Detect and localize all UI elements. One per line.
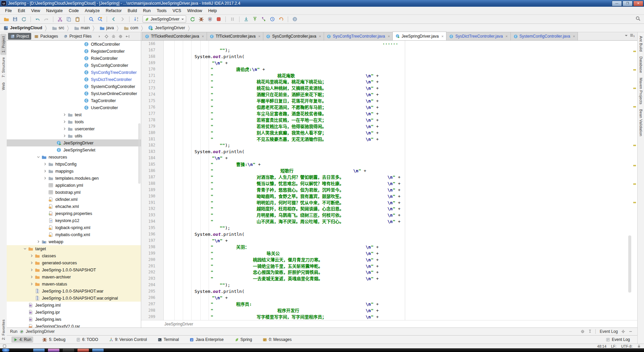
menu-item-navigate[interactable]: Navigate (43, 7, 66, 14)
tool-window-button-5-debug[interactable]: 5: Debug (40, 336, 67, 343)
tool-window-button-0-messages[interactable]: 0: Messages (261, 337, 293, 343)
debug-icon[interactable] (198, 15, 205, 23)
lock-icon[interactable] (637, 344, 641, 348)
tree-item[interactable]: CJeeSpringDriver (7, 139, 141, 146)
editor-tab-sysdicttreecontroller[interactable]: CSysDictTreeController.java× (446, 32, 511, 40)
breadcrumb-item-main[interactable]: main (73, 26, 91, 31)
tree-item[interactable]: <>mybatis-config.xml (7, 231, 141, 238)
close-button[interactable]: ✕ (633, 1, 643, 6)
replace-icon[interactable] (96, 15, 104, 23)
chevron-right-icon[interactable] (61, 127, 68, 131)
chevron-down-icon[interactable] (21, 247, 28, 251)
editor-tab-sysconfigcontroller[interactable]: CSysConfigController.java× (263, 32, 324, 40)
menu-item-build[interactable]: Build (125, 7, 140, 14)
close-tab-icon[interactable]: × (573, 34, 575, 38)
tree-item[interactable]: usercenter (7, 125, 141, 132)
close-tab-icon[interactable]: × (319, 34, 321, 38)
cut-icon[interactable] (56, 15, 64, 23)
search-everywhere-icon[interactable] (635, 16, 641, 21)
tab-list-icon[interactable]: 1 (630, 34, 635, 38)
caret-position[interactable]: 48:14 (597, 344, 606, 348)
run-configuration-select[interactable]: JeeSpringDriver (143, 15, 186, 23)
find-icon[interactable] (88, 15, 95, 23)
tool-window-button-6-todo[interactable]: 6: TODO (74, 337, 100, 343)
breadcrumb-item-com[interactable]: com (123, 26, 139, 31)
copy-icon[interactable] (65, 15, 72, 23)
tree-item[interactable]: CSysDictTreeController (7, 76, 141, 83)
stop-icon[interactable] (215, 15, 222, 23)
editor-tab-systemconfigcontroller[interactable]: CSystemConfigController.java× (511, 32, 578, 40)
project-panel-tab-project[interactable]: Project (8, 33, 31, 40)
vcs-update-icon[interactable] (243, 15, 250, 23)
menu-item-code[interactable]: Code (66, 7, 82, 14)
hide-panel-icon[interactable] (125, 34, 130, 39)
vcs-commit-icon[interactable] (251, 15, 259, 23)
pin-icon[interactable] (588, 329, 592, 334)
line-ending[interactable]: LF: (611, 344, 616, 348)
close-tab-icon[interactable]: × (202, 34, 204, 38)
tree-item[interactable]: maven-archiver (7, 273, 141, 280)
project-panel-tab-packages[interactable]: Packages (32, 33, 60, 40)
editor-scrollbar[interactable] (628, 235, 631, 293)
close-tab-icon[interactable]: × (441, 34, 443, 38)
warning-stripe-mark[interactable] (633, 51, 636, 52)
tool-stripe-button-2-favorites[interactable]: 2: Favorites (0, 317, 6, 342)
project-panel-tab-project-files[interactable]: Project Files (61, 33, 94, 40)
paste-icon[interactable] (74, 15, 81, 23)
run-panel-tab[interactable]: Run (10, 329, 17, 334)
tool-window-button-spring[interactable]: Spring (232, 337, 254, 343)
breadcrumb-item-src[interactable]: src (51, 26, 65, 31)
tree-item[interactable]: <>ehcache.xml (7, 203, 141, 210)
warning-stripe-mark[interactable] (633, 69, 636, 71)
encoding[interactable]: UTF-8: (621, 344, 633, 348)
tree-item[interactable]: target (7, 245, 141, 252)
tree-item[interactable]: templates.modules.gen (7, 175, 141, 182)
tree-item[interactable]: IJJeeSpring.iws (7, 316, 141, 323)
chevron-down-icon[interactable] (35, 155, 42, 159)
tree-item[interactable]: CSysConfigController (7, 62, 141, 69)
run-icon[interactable] (189, 15, 196, 23)
tree-item[interactable]: mappings (7, 168, 141, 175)
tree-item[interactable]: generated-sources (7, 259, 141, 266)
tree-item[interactable]: IJJeeSpring.ipr (7, 309, 141, 316)
taskbar-app-icon[interactable] (62, 348, 74, 352)
warning-stripe-mark[interactable] (633, 106, 636, 107)
close-tab-icon[interactable]: × (505, 34, 507, 38)
maximize-button[interactable]: ❐ (623, 1, 633, 6)
tool-stripe-button-maven-projects[interactable]: Maven Projects (638, 75, 644, 107)
pause-icon[interactable] (229, 15, 236, 23)
menu-item-refactor[interactable]: Refactor (103, 7, 124, 14)
settings-icon[interactable] (118, 34, 123, 39)
tree-item[interactable]: CJeeSpringServlet (7, 146, 141, 153)
tool-stripe-button-7-structure[interactable]: 7: Structure (0, 55, 6, 80)
breadcrumb-item-java[interactable]: java (99, 26, 115, 31)
tool-window-button-java-enterprise[interactable]: JJava Enterprise (187, 337, 225, 343)
tool-stripe-button-ant-build[interactable]: Ant Build (638, 34, 644, 54)
editor[interactable]: 166······167"");168System.out.println(16… (141, 41, 637, 320)
tree-item[interactable]: ?keystore.p12 (7, 217, 141, 224)
tool-window-button-event-log[interactable]: Event Log (604, 337, 632, 343)
open-icon[interactable] (3, 15, 10, 23)
back-icon[interactable] (110, 15, 117, 23)
tool-window-button-9-version-control[interactable]: 9: Version Control (107, 337, 149, 343)
minimize-button[interactable]: — (612, 1, 622, 6)
tree-item[interactable]: tools (7, 118, 141, 125)
taskbar-app-icon[interactable] (92, 348, 104, 352)
editor-tab-sysconfigtreecontroller[interactable]: CSysConfigTreeController.java× (324, 32, 393, 40)
gear-icon[interactable] (581, 329, 585, 334)
menu-item-vcs[interactable]: VCS (169, 7, 184, 14)
chevron-right-icon[interactable] (61, 120, 68, 124)
tree-item[interactable]: test (7, 111, 141, 118)
tree-item[interactable]: CRegisterController (7, 48, 141, 55)
undo-icon[interactable] (34, 15, 41, 23)
editor-tab-tfticketrestcontroller[interactable]: CTfTicketRestController.java× (142, 32, 207, 40)
menu-item-view[interactable]: View (28, 7, 43, 14)
tree-item[interactable]: application.yml (7, 182, 141, 189)
save-icon[interactable] (11, 15, 19, 23)
chevron-right-icon[interactable] (28, 275, 35, 279)
tree-item[interactable]: CSysConfigTreeController (7, 69, 141, 76)
warning-stripe-mark[interactable] (633, 202, 636, 203)
chevron-right-icon[interactable] (61, 134, 68, 138)
tree-item[interactable]: CSysUserOnlineController (7, 90, 141, 97)
sync-icon[interactable] (20, 15, 28, 23)
